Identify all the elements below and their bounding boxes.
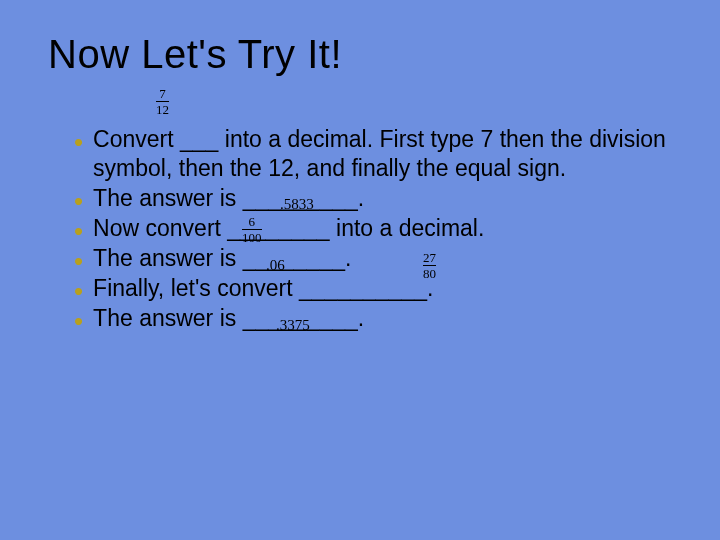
fraction-numerator: 7 [156, 87, 169, 101]
bullet-dot-icon: • [74, 278, 83, 304]
overlay-answer-1: .5833 [280, 196, 314, 213]
bullet-dot-icon: • [74, 308, 83, 334]
bullet-text: The answer is _________. [93, 304, 672, 333]
fraction-7-over-12: 7 12 [156, 87, 169, 116]
bullet-text: Finally, let's convert __________. [93, 274, 672, 303]
bullet-list: 7 12 • Convert ___ into a decimal. First… [48, 125, 672, 334]
fraction-numerator: 27 [423, 251, 436, 265]
bullet-dot-icon: • [74, 129, 83, 155]
bullet-text: Now convert ________ into a decimal. [93, 214, 672, 243]
bullet-dot-icon: • [74, 188, 83, 214]
fraction-denominator: 80 [423, 265, 436, 281]
overlay-answer-3: .3375 [276, 317, 310, 334]
fraction-denominator: 12 [156, 101, 169, 117]
fraction-numerator: 6 [242, 215, 262, 229]
fraction-denominator: 100 [242, 229, 262, 245]
bullet-item: • The answer is ________. [74, 244, 672, 274]
slide: Now Let's Try It! 7 12 • Convert ___ int… [0, 0, 720, 540]
bullet-item: • Convert ___ into a decimal. First type… [74, 125, 672, 184]
slide-title: Now Let's Try It! [48, 32, 672, 77]
bullet-dot-icon: • [74, 248, 83, 274]
bullet-dot-icon: • [74, 218, 83, 244]
bullet-item: • Now convert ________ into a decimal. [74, 214, 672, 244]
overlay-point-06: .06 [266, 257, 285, 274]
bullet-text: Convert ___ into a decimal. First type 7… [93, 125, 672, 184]
bullet-text: The answer is _________. [93, 184, 672, 213]
bullet-item: • The answer is _________. [74, 304, 672, 334]
bullet-item: • The answer is _________. [74, 184, 672, 214]
bullet-item: • Finally, let's convert __________. [74, 274, 672, 304]
bullet-text: The answer is ________. [93, 244, 672, 273]
fraction-6-over-100: 6 100 [242, 215, 262, 244]
fraction-27-over-80: 27 80 [423, 251, 436, 280]
